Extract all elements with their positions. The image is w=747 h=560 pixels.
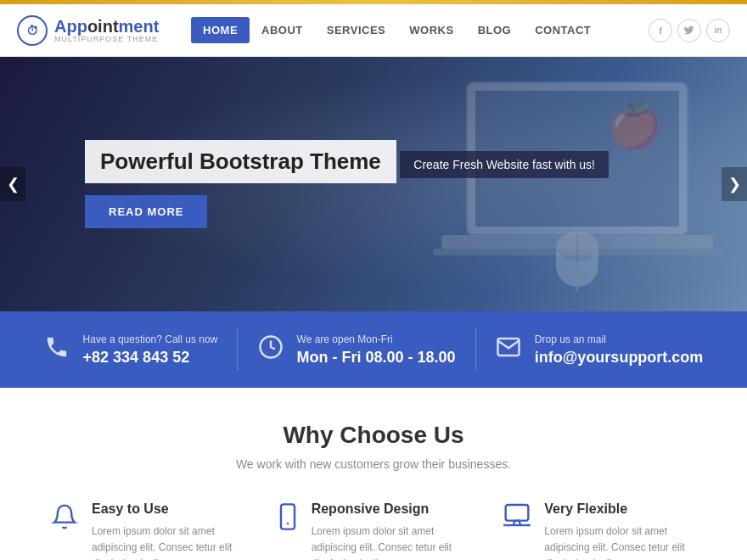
logo-part3: ment <box>119 17 160 36</box>
feature-responsive-title: Reponsive Design <box>312 501 470 517</box>
nav-home[interactable]: HOME <box>191 17 250 43</box>
clock-icon <box>258 334 284 366</box>
feature-easy-title: Easy to Use <box>92 501 244 517</box>
phone-icon <box>44 334 70 366</box>
nav-services[interactable]: SERVICES <box>315 17 398 43</box>
nav-contact[interactable]: CONTACT <box>523 17 603 43</box>
hero-next-arrow[interactable]: ❯ <box>722 167 747 201</box>
email-value: info@yoursupport.com <box>535 349 704 367</box>
nav-about[interactable]: ABOUT <box>250 17 315 43</box>
social-icons: f in <box>649 19 730 42</box>
feature-easy-text: Lorem ipsum dolor sit amet adipiscing el… <box>92 524 244 560</box>
logo-icon: ⏱ <box>17 15 48 46</box>
email-icon <box>496 334 521 366</box>
phone-info: Have a question? Call us now +82 334 843… <box>83 333 218 367</box>
mobile-icon <box>278 503 298 536</box>
phone-label: Have a question? Call us now <box>83 333 218 345</box>
hours-info: We are open Mon-Fri Mon - Fri 08.00 - 18… <box>297 333 456 367</box>
features-grid: Easy to Use Lorem ipsum dolor sit amet a… <box>51 501 696 560</box>
hero-subtitle: Create Fresh Website fast with us! <box>400 151 609 178</box>
info-hours: We are open Mon-Fri Mon - Fri 08.00 - 18… <box>258 333 456 367</box>
logo-accent: App <box>54 17 87 36</box>
why-title: Why Choose Us <box>51 422 696 449</box>
feature-responsive-content: Reponsive Design Lorem ipsum dolor sit a… <box>312 501 470 560</box>
info-divider-2 <box>475 328 476 371</box>
email-info: Drop us an mail info@yoursupport.com <box>535 333 704 367</box>
main-nav: HOME ABOUT SERVICES WORKS BLOG CONTACT <box>191 17 603 43</box>
apple-logo-decoration: 🍎 <box>607 99 662 151</box>
hero-read-more-button[interactable]: READ MORE <box>85 195 207 228</box>
info-phone: Have a question? Call us now +82 334 843… <box>44 333 218 367</box>
logo: ⏱ Appointment MULTIPURPOSE THEME <box>17 15 159 46</box>
nav-works[interactable]: WORKS <box>397 17 465 43</box>
feature-flexible-text: Lorem ipsum dolor sit amet adipiscing el… <box>544 524 696 560</box>
email-label: Drop us an mail <box>535 333 704 345</box>
feature-flexible-title: Very Flexible <box>544 501 696 517</box>
hours-label: We are open Mon-Fri <box>297 333 456 345</box>
feature-flexible-content: Very Flexible Lorem ipsum dolor sit amet… <box>544 501 696 560</box>
hours-value: Mon - Fri 08.00 - 18.00 <box>297 349 456 367</box>
why-section: Why Choose Us We work with new customers… <box>0 388 747 560</box>
logo-part2: oint <box>87 17 119 36</box>
feature-responsive: Reponsive Design Lorem ipsum dolor sit a… <box>278 501 470 560</box>
twitter-icon[interactable] <box>677 19 701 42</box>
feature-flexible: Very Flexible Lorem ipsum dolor sit amet… <box>503 501 696 560</box>
hero-prev-arrow[interactable]: ❮ <box>0 167 25 201</box>
info-email: Drop us an mail info@yoursupport.com <box>496 333 704 367</box>
feature-responsive-text: Lorem ipsum dolor sit amet adipiscing el… <box>312 524 470 560</box>
svg-rect-11 <box>506 505 529 521</box>
info-divider-1 <box>237 328 238 371</box>
svg-rect-9 <box>281 504 295 529</box>
info-bar: Have a question? Call us now +82 334 843… <box>0 311 747 388</box>
laptop-icon <box>503 503 531 533</box>
linkedin-icon[interactable]: in <box>706 19 730 42</box>
nav-blog[interactable]: BLOG <box>466 17 524 43</box>
bell-icon <box>51 503 78 536</box>
header: ⏱ Appointment MULTIPURPOSE THEME HOME AB… <box>0 4 747 57</box>
feature-easy-to-use: Easy to Use Lorem ipsum dolor sit amet a… <box>51 501 244 560</box>
logo-subtitle: MULTIPURPOSE THEME <box>54 35 159 43</box>
logo-text: Appointment <box>54 18 159 35</box>
facebook-icon[interactable]: f <box>649 19 672 42</box>
feature-easy-content: Easy to Use Lorem ipsum dolor sit amet a… <box>92 501 244 560</box>
why-subtitle: We work with new customers grow their bu… <box>51 457 696 471</box>
hero-title: Powerful Bootstrap Theme <box>85 140 396 183</box>
hero-section: 🍎 ❮ Powerful Bootstrap Theme Create Fres… <box>0 57 747 311</box>
hero-content: Powerful Bootstrap Theme Create Fresh We… <box>85 140 609 228</box>
phone-value: +82 334 843 52 <box>83 349 218 367</box>
